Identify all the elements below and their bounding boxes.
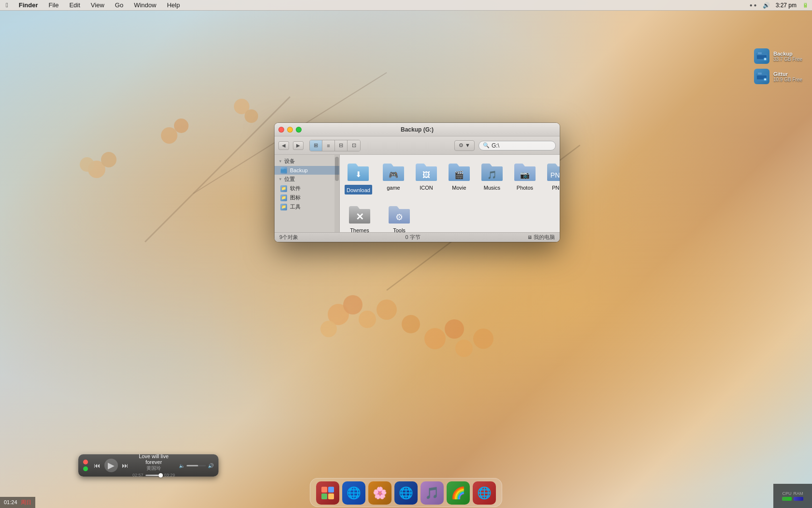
progress-track[interactable] (145, 475, 162, 476)
file-themes[interactable]: ✕ Themes (345, 202, 375, 232)
svg-rect-47 (328, 487, 334, 493)
window-title: Backup (G:) (401, 126, 434, 133)
finder-statusbar: 9个对象 0 字节 🖥 我的电脑 (275, 232, 560, 242)
svg-point-18 (377, 299, 397, 320)
sidebar-item-software[interactable]: 📁 软件 (275, 184, 339, 193)
view-menu[interactable]: View (89, 0, 106, 10)
player-progress: 02:57 03:29 (132, 473, 175, 478)
menubar-left:  Finder File Edit View Go Window Help (4, 0, 182, 10)
files-row-2: ✕ Themes (345, 202, 555, 232)
close-button[interactable] (278, 127, 284, 133)
dock-item-network[interactable]: 🌐 (394, 481, 418, 505)
desktop-icon-gittur[interactable]: Gittur 10.9 GB Free (754, 69, 802, 84)
apple-menu[interactable]:  (4, 0, 10, 10)
ram-bar (794, 497, 803, 501)
desktop-icon-backup[interactable]: Backup 33.7 GB Free (754, 48, 802, 64)
sidebar-triangle-devices: ▼ (278, 159, 282, 164)
tools-icon: ⚙ (388, 202, 411, 225)
player-close-button[interactable] (83, 460, 88, 464)
dock-item-web[interactable]: 🌐 (473, 481, 496, 505)
progress-knob[interactable] (159, 473, 163, 478)
png-label: PNG (552, 185, 560, 191)
progress-fill (145, 475, 160, 476)
dock-icon-web: 🌐 (473, 481, 496, 505)
player-next-button[interactable]: ⏭ (122, 462, 129, 469)
software-sidebar-icon: 📁 (280, 185, 287, 192)
tools-sidebar-icon: 📁 (280, 204, 287, 210)
forward-button[interactable]: ▶ (293, 141, 304, 150)
dock: 🌐 🌸 🌐 🎵 🌈 🌐 (310, 478, 502, 507)
sidebar-scrollbar[interactable] (334, 155, 339, 232)
player-prev-button[interactable]: ⏮ (94, 462, 101, 469)
dock-icon-color: 🌈 (447, 481, 470, 505)
movie-icon: 🎬 (448, 160, 471, 183)
file-icon-folder[interactable]: 🖼 ICON (415, 160, 438, 191)
movie-label: Movie (452, 185, 466, 191)
cpu-label: CPU (782, 491, 791, 496)
svg-point-24 (473, 329, 493, 349)
file-tools[interactable]: ⚙ Tools (384, 202, 414, 232)
player-title: Love will live forever (132, 453, 175, 465)
edit-menu[interactable]: Edit (67, 0, 82, 10)
finder-menu[interactable]: Finder (17, 0, 40, 10)
bottom-right-status: CPU RAM (773, 484, 812, 508)
minimize-button[interactable] (287, 127, 293, 133)
musics-icon: 🎵 (480, 160, 504, 183)
back-button[interactable]: ◀ (278, 141, 289, 150)
photos-label: Photos (517, 185, 533, 191)
svg-point-19 (402, 315, 420, 333)
file-game[interactable]: 🎮 game (382, 160, 405, 191)
search-bar[interactable]: 🔍 (478, 141, 556, 150)
file-menu[interactable]: File (46, 0, 60, 10)
file-photos[interactable]: 📷 Photos (513, 160, 536, 191)
sidebar-item-tools-label: 工具 (290, 203, 301, 210)
volume-slider[interactable] (187, 465, 206, 466)
battery-icon: 🔋 (802, 2, 808, 8)
statusbar-location: 🖥 我的电脑 (527, 234, 555, 241)
file-download[interactable]: ⬇ Download (345, 160, 372, 194)
file-movie[interactable]: 🎬 Movie (448, 160, 471, 191)
list-view-button[interactable]: ≡ (322, 140, 335, 151)
window-controls (278, 127, 302, 133)
search-input[interactable] (492, 142, 550, 149)
themes-label: Themes (350, 227, 369, 232)
icon-view-button[interactable]: ⊞ (310, 140, 322, 151)
help-menu[interactable]: Help (165, 0, 182, 10)
dock-item-browser[interactable]: 🌐 (342, 481, 365, 505)
backup-icon (754, 48, 769, 64)
gittur-label: Gittur 10.9 GB Free (773, 71, 802, 82)
svg-rect-32 (758, 73, 762, 75)
game-label: game (387, 185, 400, 191)
flow-view-button[interactable]: ⊡ (348, 140, 360, 151)
player-play-button[interactable]: ▶ (104, 459, 118, 472)
file-png[interactable]: PNG PNG (546, 160, 560, 191)
player-time-total: 03:29 (164, 473, 175, 478)
dock-icon-browser: 🌐 (342, 481, 365, 505)
player-time-current: 02:57 (132, 473, 144, 478)
sidebar-section-devices: ▼ 设备 (275, 157, 339, 166)
icon-folder-icon: 🖼 (415, 160, 438, 183)
sidebar-item-icons[interactable]: 📁 图标 (275, 193, 339, 202)
dock-item-color[interactable]: 🌈 (447, 481, 470, 505)
volume-high-icon: 🔊 (208, 463, 214, 468)
gear-button[interactable]: ⚙ ▼ (454, 140, 475, 151)
maximize-button[interactable] (296, 127, 302, 133)
menubar:  Finder File Edit View Go Window Help ●… (0, 0, 812, 11)
player-dots (83, 460, 88, 471)
go-menu[interactable]: Go (113, 0, 125, 10)
bottom-time: 01:24 (4, 499, 17, 505)
volume-icon[interactable]: 🔊 (763, 2, 770, 9)
sidebar-item-tools[interactable]: 📁 工具 (275, 202, 339, 211)
sidebar-item-software-label: 软件 (290, 185, 301, 192)
file-musics[interactable]: 🎵 Musics (480, 160, 504, 191)
player-minimize-button[interactable] (83, 466, 88, 471)
dock-icon-network: 🌐 (394, 481, 418, 505)
dock-item-music-app[interactable]: 🎵 (420, 481, 444, 505)
dock-item-grid[interactable] (316, 481, 339, 505)
window-menu[interactable]: Window (132, 0, 158, 10)
sidebar-item-backup[interactable]: Backup (275, 166, 339, 175)
bottom-left-time: 01:24 周日 (0, 497, 35, 508)
cpu-bar (782, 497, 792, 501)
column-view-button[interactable]: ⊟ (335, 140, 348, 151)
dock-item-photos-app[interactable]: 🌸 (368, 481, 392, 505)
